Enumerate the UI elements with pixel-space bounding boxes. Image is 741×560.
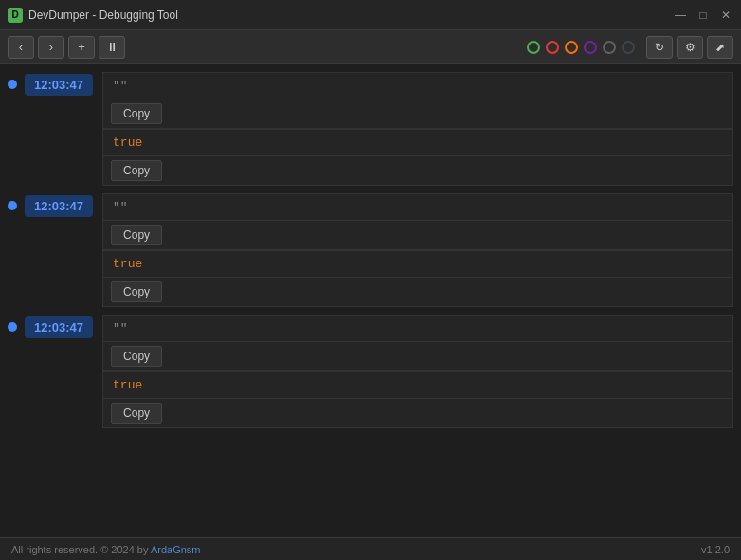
minimize-button[interactable]: — [673, 8, 688, 23]
log-entry: 12:03:47""CopytrueCopy [0, 72, 741, 186]
footer-copyright: All rights reserved. © 2024 by ArdaGnsm [11, 544, 200, 555]
footer: All rights reserved. © 2024 by ArdaGnsm … [0, 537, 741, 560]
app-icon: D [8, 8, 23, 23]
log-items: ""CopytrueCopy [102, 72, 733, 186]
prev-button[interactable]: ‹ [8, 36, 34, 59]
circle-green [527, 41, 540, 54]
log-bool-value: true [102, 129, 733, 156]
log-entry: 12:03:47""CopytrueCopy [0, 315, 741, 428]
log-list: 12:03:47""CopytrueCopy12:03:47""Copytrue… [0, 64, 741, 537]
copy-button[interactable]: Copy [111, 160, 162, 181]
title-bar: D DevDumper - Debugging Tool — □ ✕ [0, 0, 741, 30]
refresh-button[interactable]: ↻ [646, 36, 673, 59]
log-string-value: "" [102, 193, 733, 221]
app-title: DevDumper - Debugging Tool [28, 9, 673, 22]
log-string-value: "" [102, 315, 733, 342]
circle-gray1 [603, 41, 616, 54]
status-circles [527, 41, 635, 54]
copy-button[interactable]: Copy [111, 281, 162, 302]
copy-button[interactable]: Copy [111, 403, 162, 424]
toolbar-right-actions: ↻ ⚙ ⬈ [646, 36, 733, 59]
copy-button[interactable]: Copy [111, 103, 162, 124]
circle-gray2 [622, 41, 635, 54]
copy-button-row: Copy [102, 399, 733, 428]
log-entry: 12:03:47""CopytrueCopy [0, 193, 741, 307]
add-button[interactable]: + [68, 36, 95, 59]
log-items: ""CopytrueCopy [102, 315, 733, 428]
maximize-button[interactable]: □ [696, 8, 711, 23]
log-bool-value: true [102, 371, 733, 399]
toolbar: ‹ › + ⏸ ↻ ⚙ ⬈ [0, 30, 741, 64]
copy-button[interactable]: Copy [111, 225, 162, 245]
circle-purple [584, 41, 597, 54]
log-timestamp: 12:03:47 [25, 74, 93, 96]
copy-button-row: Copy [102, 342, 733, 371]
author-link[interactable]: ArdaGnsm [151, 544, 201, 555]
circle-orange [565, 41, 578, 54]
log-bool-value: true [102, 250, 733, 278]
copy-button-row: Copy [102, 221, 733, 250]
log-dot [8, 322, 17, 332]
copy-button[interactable]: Copy [111, 346, 162, 367]
copy-button-row: Copy [102, 278, 733, 307]
next-button[interactable]: › [38, 36, 64, 59]
log-timestamp: 12:03:47 [25, 316, 93, 338]
copy-button-row: Copy [102, 99, 733, 129]
window-controls: — □ ✕ [673, 8, 733, 23]
settings-button[interactable]: ⚙ [677, 36, 703, 59]
copy-button-row: Copy [102, 156, 733, 186]
log-dot [8, 201, 17, 210]
circle-red [546, 41, 559, 54]
version-label: v1.2.0 [701, 544, 730, 555]
export-button[interactable]: ⬈ [707, 36, 733, 59]
pause-button[interactable]: ⏸ [99, 36, 125, 59]
close-button[interactable]: ✕ [718, 8, 733, 23]
log-dot [8, 80, 17, 89]
log-string-value: "" [102, 72, 733, 99]
log-timestamp: 12:03:47 [25, 195, 93, 217]
log-items: ""CopytrueCopy [102, 193, 733, 307]
